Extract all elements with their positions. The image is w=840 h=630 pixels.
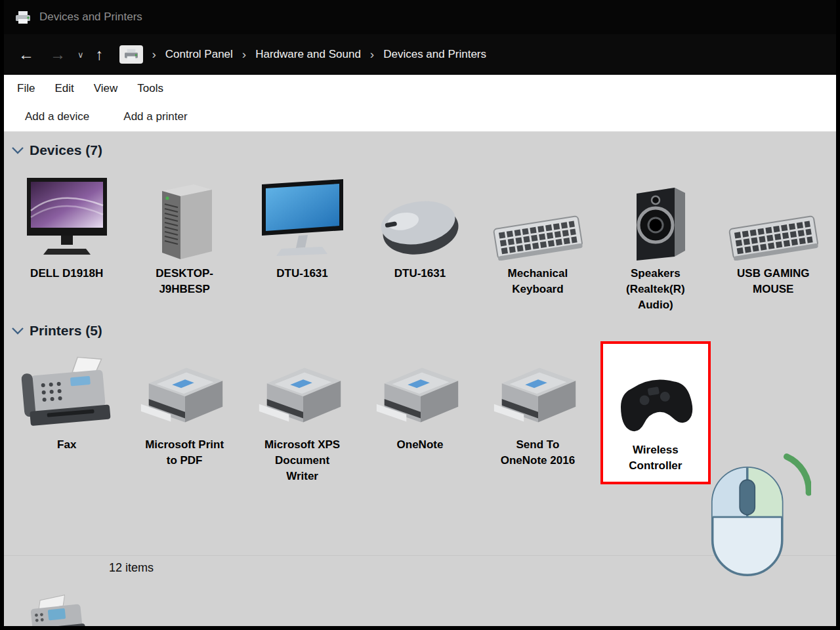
recent-locations-dropdown-icon[interactable]: ∨ xyxy=(75,47,87,63)
printer-item-wireless-controller[interactable]: Wireless Controller xyxy=(597,341,714,484)
device-label: Mechanical Keyboard xyxy=(493,266,582,297)
device-label: DTU-1631 xyxy=(276,266,327,282)
menu-tools[interactable]: Tools xyxy=(137,82,163,95)
keyboard-icon xyxy=(725,161,821,261)
monitor-purple-icon xyxy=(24,161,110,261)
printer-item-onenote[interactable]: OneNote xyxy=(361,341,478,484)
mouse-icon xyxy=(375,161,465,261)
device-label: USB GAMING MOUSE xyxy=(728,266,818,297)
printer-item-fax[interactable]: Fax xyxy=(8,341,125,484)
monitor-blue-icon xyxy=(258,161,347,261)
speaker-icon xyxy=(617,161,694,261)
items-count: 12 items xyxy=(109,561,154,575)
device-label: DELL D1918H xyxy=(30,266,103,282)
back-button[interactable]: ← xyxy=(12,43,41,66)
command-toolbar: Add a device Add a printer xyxy=(4,102,836,132)
device-item-dtu-monitor[interactable]: DTU-1631 xyxy=(243,161,361,312)
device-item-speakers[interactable]: Speakers (Realtek(R) Audio) xyxy=(597,161,714,312)
devices-grid: DELL D1918H xyxy=(4,161,836,312)
printer-item-send-to-onenote[interactable]: Send To OneNote 2016 xyxy=(479,341,597,484)
device-label: Speakers (Realtek(R) Audio) xyxy=(611,266,700,312)
printer-label: Wireless Controller xyxy=(611,442,700,474)
printer-item-xps-writer[interactable]: Microsoft XPS Document Writer xyxy=(243,341,361,484)
mouse-click-annotation xyxy=(701,435,811,587)
breadcrumb-devices-and-printers[interactable]: Devices and Printers xyxy=(383,48,486,61)
chevron-down-icon xyxy=(12,147,24,154)
devices-section-header[interactable]: Devices (7) xyxy=(4,132,836,161)
device-label: DTU-1631 xyxy=(394,266,446,282)
menu-edit[interactable]: Edit xyxy=(54,82,74,95)
devices-printers-icon xyxy=(119,45,143,64)
breadcrumb-separator-icon: › xyxy=(369,47,375,62)
printer-label: Fax xyxy=(57,437,76,453)
up-button[interactable]: ↑ xyxy=(89,43,110,66)
printer-icon xyxy=(371,341,469,432)
breadcrumb-hardware-and-sound[interactable]: Hardware and Sound xyxy=(255,48,361,61)
breadcrumb-control-panel[interactable]: Control Panel xyxy=(165,48,233,61)
fax-icon xyxy=(18,341,116,432)
game-controller-icon xyxy=(610,346,702,437)
device-label: DESKTOP-J9HBESP xyxy=(140,266,229,297)
device-item-desktop-tower[interactable]: DESKTOP-J9HBESP xyxy=(125,161,243,312)
desktop-tower-icon xyxy=(145,161,224,261)
printer-item-print-to-pdf[interactable]: Microsoft Print to PDF xyxy=(125,341,243,484)
address-bar[interactable]: › Control Panel › Hardware and Sound › D… xyxy=(119,45,487,64)
file-list-area: Devices (7) xyxy=(4,132,836,626)
breadcrumb-separator-icon: › xyxy=(151,47,158,62)
keyboard-icon xyxy=(490,161,585,261)
device-item-usb-gaming-mouse[interactable]: USB GAMING MOUSE xyxy=(715,161,832,312)
add-device-button[interactable]: Add a device xyxy=(25,110,89,123)
add-printer-button[interactable]: Add a printer xyxy=(123,110,187,123)
red-highlight-box: Wireless Controller xyxy=(600,341,711,484)
device-item-dtu-mouse[interactable]: DTU-1631 xyxy=(361,161,478,312)
forward-button[interactable]: → xyxy=(43,43,72,66)
navigation-bar: ← → ∨ ↑ › Control Panel › Hardware and S… xyxy=(4,34,836,75)
selected-item-printer-icon xyxy=(24,589,92,630)
menu-file[interactable]: File xyxy=(17,82,35,95)
printer-label: Microsoft XPS Document Writer xyxy=(258,437,347,484)
device-item-mechanical-keyboard[interactable]: Mechanical Keyboard xyxy=(479,161,597,312)
devices-and-printers-window: Devices and Printers ← → ∨ ↑ › Control P… xyxy=(0,0,840,630)
printers-section-header[interactable]: Printers (5) xyxy=(4,312,836,341)
menu-bar: File Edit View Tools xyxy=(4,75,836,102)
devices-printers-icon xyxy=(14,10,32,24)
printer-label: OneNote xyxy=(397,437,444,453)
printer-icon xyxy=(136,341,233,432)
printer-label: Send To OneNote 2016 xyxy=(493,437,582,469)
menu-view[interactable]: View xyxy=(94,82,118,95)
printer-label: Microsoft Print to PDF xyxy=(140,437,229,469)
device-item-dell-monitor[interactable]: DELL D1918H xyxy=(8,161,125,312)
title-bar: Devices and Printers xyxy=(4,0,836,34)
breadcrumb-separator-icon: › xyxy=(241,47,247,62)
printer-icon xyxy=(254,341,351,432)
printer-icon xyxy=(489,341,586,432)
chevron-down-icon xyxy=(12,327,24,335)
window-title: Devices and Printers xyxy=(39,10,142,24)
